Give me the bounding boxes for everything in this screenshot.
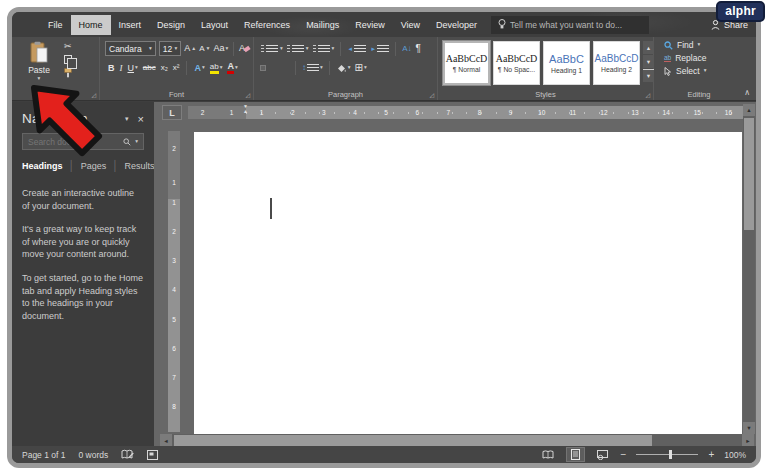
collapse-ribbon-button[interactable]: ∧ <box>744 88 750 97</box>
ruler-margin-section: 21 <box>188 106 246 119</box>
ruler-number: 6 <box>402 109 433 116</box>
styles-more-button[interactable]: ▼ <box>643 69 654 82</box>
nav-tab-results[interactable]: Results <box>125 161 155 171</box>
italic-button[interactable]: I <box>120 64 123 73</box>
chevron-down-icon: ▾ <box>235 65 238 71</box>
tab-layout[interactable]: Layout <box>193 15 236 35</box>
vertical-ruler[interactable]: 21 12345678 <box>168 131 180 432</box>
zoom-out-button[interactable]: − <box>621 449 627 460</box>
styles-dialog-launcher[interactable]: ◿ <box>645 92 650 98</box>
tab-home[interactable]: Home <box>71 15 111 35</box>
tab-developer[interactable]: Developer <box>428 15 485 35</box>
styles-scroll-up-button[interactable]: ▲ <box>643 41 654 54</box>
styles-scroll-down-button[interactable]: ▼ <box>643 55 654 68</box>
lines-icon <box>292 45 304 54</box>
zoom-slider[interactable] <box>636 450 698 459</box>
grow-font-button[interactable]: A▲ <box>184 44 196 53</box>
find-button[interactable]: Find ▾ <box>664 40 744 50</box>
sort-button[interactable]: A↓ <box>402 45 411 53</box>
increase-indent-button[interactable]: ► <box>370 45 389 54</box>
horizontal-scrollbar-thumb[interactable] <box>174 435 652 446</box>
line-spacing-button[interactable]: ↕▾ <box>302 64 323 73</box>
lines-icon <box>266 45 278 54</box>
page-number-indicator[interactable]: Page 1 of 1 <box>22 450 65 460</box>
style-no-spacing[interactable]: AaBbCcD ¶ No Spac... <box>493 41 540 85</box>
zoom-level-indicator[interactable]: 100% <box>724 450 746 460</box>
shrink-font-letter: A <box>199 45 204 53</box>
ruler-number: 12 <box>588 109 619 116</box>
shrink-font-button[interactable]: A▼ <box>199 45 210 53</box>
font-size-combobox[interactable]: 12 ▾ <box>159 41 181 56</box>
align-left-button[interactable] <box>261 66 265 70</box>
show-paragraph-marks-button[interactable]: ¶ <box>416 44 421 54</box>
ruler-number: 8 <box>464 109 495 116</box>
ruler-number: 11 <box>557 109 588 116</box>
multilevel-list-button[interactable]: ▾ <box>313 45 335 54</box>
decrease-indent-button[interactable]: ◄ <box>347 45 366 54</box>
vertical-scrollbar-thumb[interactable] <box>744 118 754 230</box>
font-color-button[interactable]: A▾ <box>227 62 237 74</box>
font-dialog-launcher[interactable]: ◿ <box>245 92 250 98</box>
bullets-button[interactable]: ▾ <box>261 45 283 54</box>
highlight-button[interactable]: ab▾ <box>210 63 223 74</box>
clear-formatting-button[interactable]: A <box>239 44 250 53</box>
tell-me-box[interactable]: Tell me what you want to do... <box>491 16 649 34</box>
copy-button[interactable] <box>64 55 72 64</box>
close-icon[interactable]: × <box>138 113 144 125</box>
read-mode-button[interactable] <box>540 448 557 461</box>
replace-button[interactable]: ab Replace <box>664 53 744 63</box>
proofing-status-icon[interactable] <box>121 449 134 460</box>
tab-references[interactable]: References <box>236 15 298 35</box>
tab-design[interactable]: Design <box>149 15 193 35</box>
line-spacing-icon: ↕ <box>302 64 306 72</box>
style-sample: AaBbCcD <box>496 53 538 64</box>
borders-icon: ⊞ <box>355 63 363 73</box>
word-count-indicator[interactable]: 0 words <box>78 450 108 460</box>
zoom-in-button[interactable]: + <box>708 449 714 460</box>
tell-me-text: Tell me what you want to do... <box>510 20 622 30</box>
print-layout-button[interactable] <box>567 448 584 461</box>
cut-button[interactable]: ✂ <box>64 42 72 51</box>
tab-file[interactable]: File <box>40 15 71 35</box>
style-heading-2[interactable]: AaBbCcD Heading 2 <box>593 41 640 85</box>
tab-insert[interactable]: Insert <box>111 15 150 35</box>
justify-button[interactable] <box>285 66 289 70</box>
macro-recording-icon[interactable] <box>147 450 158 460</box>
text-effects-button[interactable]: A▾ <box>194 64 204 73</box>
borders-button[interactable]: ⊞▾ <box>355 63 367 73</box>
subscript-button[interactable]: x₂ <box>161 64 168 72</box>
indent-markers[interactable]: ▼ ▲ <box>242 104 249 118</box>
horizontal-ruler[interactable]: 21 12345678910111213141516 <box>188 106 744 119</box>
style-heading-1[interactable]: AaBbC Heading 1 <box>543 41 590 85</box>
tab-stop-selector[interactable]: L <box>162 105 182 120</box>
search-options-dropdown[interactable]: ▾ <box>135 139 138 145</box>
align-right-button[interactable] <box>277 66 281 70</box>
hanging-indent-marker[interactable]: ▲ <box>243 109 248 114</box>
shading-button[interactable]: ▾ <box>336 63 351 73</box>
strikethrough-button[interactable]: abc <box>143 64 156 72</box>
change-case-button[interactable]: Aa▾ <box>213 44 228 53</box>
align-center-button[interactable] <box>269 66 273 70</box>
styles-group-label: Styles <box>438 90 653 99</box>
scroll-down-button[interactable]: ▼ <box>743 422 755 434</box>
paragraph-dialog-launcher[interactable]: ◿ <box>429 92 434 98</box>
style-normal[interactable]: AaBbCcD ¶ Normal <box>443 41 490 85</box>
tab-view[interactable]: View <box>393 15 428 35</box>
tab-review[interactable]: Review <box>347 15 393 35</box>
lines-icon <box>377 45 389 54</box>
document-page[interactable] <box>194 132 742 434</box>
ruler-number: 7 <box>433 109 464 116</box>
underline-button[interactable]: U▾ <box>128 64 138 73</box>
select-button[interactable]: Select ▾ <box>664 66 744 76</box>
vertical-scrollbar[interactable]: ▲ ▼ <box>743 104 755 434</box>
zoom-slider-thumb[interactable] <box>669 450 672 459</box>
scroll-up-button[interactable]: ▲ <box>743 104 755 116</box>
numbering-button[interactable]: ▾ <box>287 45 309 54</box>
web-layout-button[interactable] <box>594 448 611 461</box>
ruler-number: 16 <box>713 109 744 116</box>
style-sample: AaBbC <box>549 53 584 65</box>
tab-mailings[interactable]: Mailings <box>298 15 347 35</box>
navigation-options-dropdown[interactable]: ▾ <box>125 115 129 123</box>
font-name-combobox[interactable]: Candara ▾ <box>105 41 156 56</box>
superscript-button[interactable]: x² <box>173 64 180 72</box>
